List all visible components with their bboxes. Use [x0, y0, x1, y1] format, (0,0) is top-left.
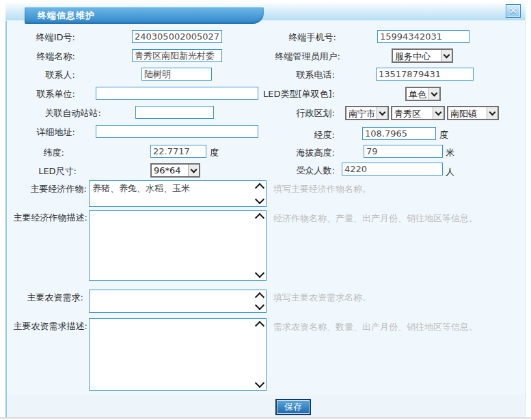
agri-needs-desc-textarea[interactable]	[89, 318, 267, 391]
audience-unit: 人	[446, 166, 454, 178]
audience-label: 受众人数:	[226, 165, 335, 177]
close-icon: ✕	[510, 5, 517, 16]
longitude-input[interactable]	[362, 127, 436, 140]
altitude-input[interactable]	[364, 145, 443, 158]
crops-desc-textarea[interactable]	[89, 210, 267, 281]
crops-desc-label: 主要经济作物描述:	[7, 212, 87, 224]
terminal-admin-label: 终端管理员用户:	[226, 51, 340, 63]
scroll-up-icon[interactable]	[255, 183, 264, 193]
region-label: 行政区划:	[226, 107, 335, 120]
scroll-down-icon[interactable]	[255, 378, 264, 388]
altitude-unit: 米	[446, 147, 454, 159]
chevron-down-icon	[191, 166, 198, 173]
terminal-name-input[interactable]	[132, 49, 222, 62]
crops-label: 主要经济作物:	[7, 183, 87, 195]
scrollbar[interactable]	[255, 182, 264, 205]
address-label: 详细地址:	[7, 126, 75, 139]
longitude-unit: 度	[439, 129, 448, 141]
region-district-select[interactable]: 青秀区	[391, 106, 445, 120]
led-size-label: LED尺寸:	[7, 165, 77, 178]
agri-needs-desc-hint: 需求农资名称、数量、出产月份、销往地区等信息。	[273, 321, 478, 333]
dialog-title: 终端信息维护	[25, 7, 264, 24]
scrollbar[interactable]	[255, 212, 264, 279]
scroll-down-icon[interactable]	[255, 300, 264, 310]
save-button[interactable]: 保存	[275, 399, 311, 415]
contact-input[interactable]	[141, 68, 212, 81]
crops-textarea[interactable]: 养猪、养兔、水稻、玉米	[89, 180, 267, 207]
latitude-input[interactable]	[150, 145, 206, 158]
contact-phone-label: 联系电话:	[226, 69, 335, 81]
dialog-bottom-edge	[0, 417, 531, 419]
latitude-label: 纬度:	[7, 147, 64, 159]
crops-hint: 填写主要经济作物名称。	[273, 183, 371, 195]
audience-input[interactable]	[342, 163, 443, 176]
auto-station-input[interactable]	[135, 106, 214, 119]
altitude-label: 海拔高度:	[226, 147, 335, 159]
longitude-label: 经度:	[226, 129, 335, 141]
scroll-up-icon[interactable]	[255, 213, 264, 223]
scroll-up-icon[interactable]	[255, 321, 264, 331]
dialog-footer-band	[7, 395, 525, 417]
dialog-titlebar: 终端信息维护	[5, 3, 526, 21]
agri-needs-textarea[interactable]	[89, 290, 267, 313]
terminal-admin-select[interactable]: 服务中心	[392, 48, 453, 63]
chevron-down-icon	[431, 89, 438, 96]
chevron-down-icon	[444, 51, 450, 58]
scroll-down-icon[interactable]	[255, 268, 264, 278]
agri-needs-label: 主要农资需求:	[7, 292, 83, 304]
auto-station-label: 关联自动站站:	[7, 107, 101, 120]
contact-phone-input[interactable]	[376, 68, 474, 81]
led-size-select[interactable]: 96*64	[150, 163, 200, 178]
dialog-title-tab: 终端信息维护	[25, 7, 264, 24]
terminal-phone-input[interactable]	[377, 30, 469, 43]
chevron-down-icon	[379, 109, 386, 115]
latitude-unit: 度	[210, 147, 219, 159]
region-town-select[interactable]: 南阳镇	[447, 106, 499, 120]
terminal-name-label: 终端名称:	[7, 51, 75, 63]
terminal-id-input[interactable]	[132, 30, 222, 43]
scrollbar[interactable]	[255, 320, 264, 389]
agri-needs-hint: 填写主要农资需求名称。	[273, 292, 371, 304]
terminal-phone-label: 终端手机号:	[226, 31, 336, 44]
close-button[interactable]: ✕	[506, 4, 521, 18]
crops-desc-hint: 经济作物名称、产量、出产月份、销往地区等信息。	[273, 212, 478, 225]
chevron-down-icon	[489, 109, 496, 115]
region-city-select[interactable]: 南宁市	[345, 106, 389, 120]
scroll-down-icon[interactable]	[255, 195, 264, 204]
terminal-id-label: 终端ID号:	[7, 31, 75, 44]
chevron-down-icon	[435, 109, 442, 115]
agri-needs-desc-label: 主要农资需求描述:	[7, 320, 87, 333]
contact-label: 联系人:	[7, 69, 75, 81]
led-type-select[interactable]: 单色	[405, 87, 441, 101]
led-type-label: LED类型[单双色]:	[226, 88, 335, 100]
terminal-info-dialog: 终端信息维护 ✕ 终端ID号: 终端手机号: 终端名称: 终端管理员用户: 服务…	[0, 0, 531, 420]
contact-unit-label: 联系单位:	[7, 88, 75, 100]
scrollbar[interactable]	[255, 292, 264, 311]
